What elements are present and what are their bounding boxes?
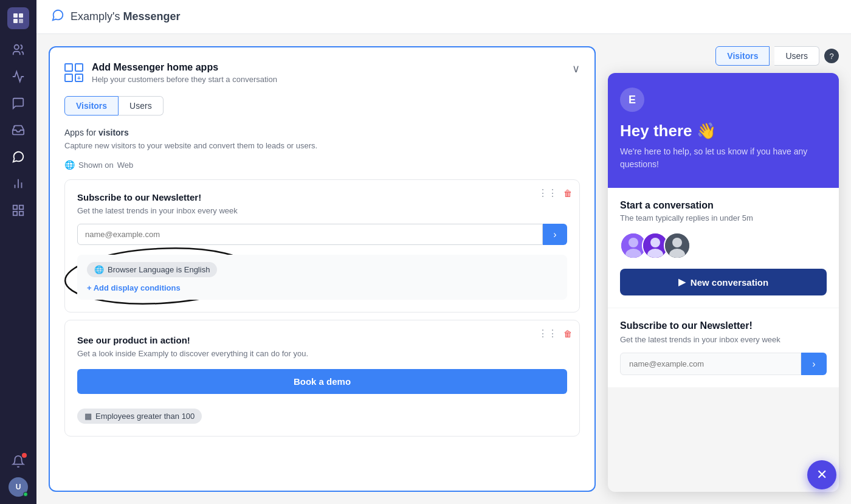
globe-small-icon: 🌐 xyxy=(94,265,104,274)
preview-newsletter-card: Subscribe to our Newsletter! Get the lat… xyxy=(608,308,839,387)
tab-switcher: Visitors Users xyxy=(64,96,580,116)
delete-newsletter-button[interactable]: 🗑 xyxy=(563,187,572,199)
drag-handle-2[interactable]: ⋮⋮ xyxy=(538,328,557,339)
conv-subtitle: The team typically replies in under 5m xyxy=(620,213,827,223)
svg-point-17 xyxy=(650,238,660,247)
sidebar-notifications[interactable] xyxy=(7,450,29,472)
sidebar-item-reports[interactable] xyxy=(7,173,29,195)
condition-badge: 🌐 Browser Language is English xyxy=(87,262,217,277)
avatar-3 xyxy=(664,232,691,259)
add-conditions-button[interactable]: + Add display conditions xyxy=(87,283,181,292)
apps-label: Apps for visitors xyxy=(64,128,580,137)
preview-email-input[interactable] xyxy=(620,353,801,375)
section-header: + Add Messenger home apps Help your cust… xyxy=(64,62,580,84)
preview-newsletter-title: Subscribe to our Newsletter! xyxy=(620,320,827,331)
demo-card-desc: Get a look inside Examply to discover ev… xyxy=(77,349,567,358)
preview-newsletter-input-row: › xyxy=(620,353,827,375)
svg-rect-8 xyxy=(13,205,17,209)
topbar-icon xyxy=(51,9,64,25)
svg-rect-9 xyxy=(19,205,23,209)
right-tab-switcher: Visitors Users ? xyxy=(608,46,839,66)
new-conversation-button[interactable]: ▶ New conversation xyxy=(620,269,827,295)
sidebar-item-apps[interactable] xyxy=(7,199,29,221)
send-icon: ▶ xyxy=(678,277,686,288)
avatars-row xyxy=(620,232,827,259)
tab-users[interactable]: Users xyxy=(119,96,164,116)
shown-on: 🌐 Shown on Web xyxy=(64,160,580,170)
sidebar-item-messenger[interactable] xyxy=(7,146,29,168)
logo xyxy=(7,7,29,29)
section-subtitle: Help your customers before they start a … xyxy=(92,75,277,84)
right-tab-users[interactable]: Users xyxy=(774,46,819,66)
close-float-button[interactable]: ✕ xyxy=(807,460,836,489)
display-conditions: 🌐 Browser Language is English + Add disp… xyxy=(77,255,567,300)
svg-rect-0 xyxy=(13,13,18,18)
svg-rect-2 xyxy=(13,19,18,23)
globe-icon: 🌐 xyxy=(64,160,75,170)
demo-card-title: See our product in action! xyxy=(77,335,567,345)
svg-point-14 xyxy=(629,238,638,247)
apps-desc: Capture new visitors to your website and… xyxy=(64,141,580,150)
sidebar-item-chat[interactable] xyxy=(7,92,29,114)
start-conversation-card: Start a conversation The team typically … xyxy=(608,188,839,308)
left-panel: + Add Messenger home apps Help your cust… xyxy=(49,46,596,492)
newsletter-email-input[interactable] xyxy=(77,224,543,245)
sidebar: U xyxy=(0,0,36,504)
newsletter-app-card: ⋮⋮ 🗑 Subscribe to our Newsletter! Get th… xyxy=(64,179,580,312)
help-button[interactable]: ? xyxy=(824,49,839,63)
sidebar-item-inbox[interactable] xyxy=(7,119,29,141)
drag-handle[interactable]: ⋮⋮ xyxy=(538,187,557,199)
messenger-preview: E Hey there 👋 We're here to help, so let… xyxy=(608,73,839,492)
messenger-brand: E xyxy=(620,88,644,112)
right-tab-visitors[interactable]: Visitors xyxy=(715,46,770,66)
svg-rect-10 xyxy=(13,212,17,215)
topbar: Examply's Messenger xyxy=(36,0,851,34)
content-area: + Add Messenger home apps Help your cust… xyxy=(36,34,851,504)
messenger-greeting: Hey there 👋 xyxy=(620,122,827,140)
tab-visitors[interactable]: Visitors xyxy=(64,96,119,116)
newsletter-card-desc: Get the latest trends in your inbox ever… xyxy=(77,206,567,215)
newsletter-email-row: › xyxy=(77,224,567,245)
svg-point-20 xyxy=(672,238,682,247)
main-content: Examply's Messenger + xyxy=(36,0,851,504)
svg-rect-3 xyxy=(19,19,23,23)
book-demo-button[interactable]: Book a demo xyxy=(77,369,567,394)
section-title: Add Messenger home apps xyxy=(92,62,277,73)
collapse-button[interactable]: ∨ xyxy=(572,62,580,75)
messenger-subtext: We're here to help, so let us know if yo… xyxy=(620,145,827,171)
messenger-body: Start a conversation The team typically … xyxy=(608,188,839,387)
employees-icon: ▦ xyxy=(84,412,92,421)
demo-app-card: ⋮⋮ 🗑 See our product in action! Get a lo… xyxy=(64,320,580,437)
preview-email-submit[interactable]: › xyxy=(801,353,827,375)
sidebar-avatar[interactable]: U xyxy=(9,477,28,497)
app-icon: + xyxy=(64,63,83,82)
preview-newsletter-desc: Get the latest trends in your inbox ever… xyxy=(620,335,827,344)
messenger-header: E Hey there 👋 We're here to help, so let… xyxy=(608,73,839,188)
svg-rect-11 xyxy=(19,212,23,215)
employees-badge: ▦ Employees greater than 100 xyxy=(77,409,202,424)
annotation-wrap: 🌐 Browser Language is English + Add disp… xyxy=(77,255,567,300)
topbar-title: Examply's Messenger xyxy=(71,10,181,23)
svg-rect-1 xyxy=(19,13,23,18)
newsletter-card-title: Subscribe to our Newsletter! xyxy=(77,192,567,202)
conv-title: Start a conversation xyxy=(620,200,827,211)
sidebar-item-campaigns[interactable] xyxy=(7,66,29,88)
svg-point-4 xyxy=(15,45,19,49)
sidebar-item-users[interactable] xyxy=(7,39,29,61)
newsletter-submit-button[interactable]: › xyxy=(543,224,567,245)
right-panel: Visitors Users ? E Hey there 👋 We're her… xyxy=(608,46,839,492)
delete-demo-button[interactable]: 🗑 xyxy=(563,328,572,339)
